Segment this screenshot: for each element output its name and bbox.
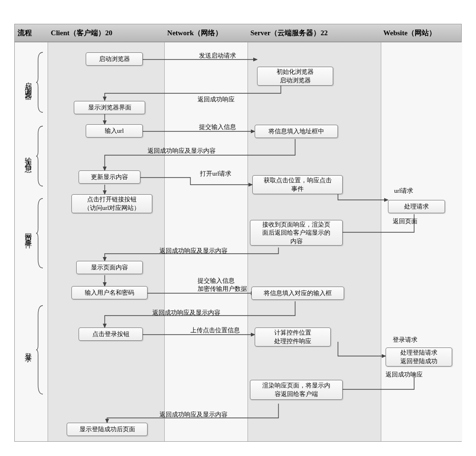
node-show-login-success: 显示登陆成功后页面 <box>67 423 148 436</box>
edge-label: 返回成功响应 <box>198 95 235 104</box>
brace-icon <box>36 125 45 187</box>
edge-label: 提交输入信息 <box>199 123 236 131</box>
head-process: 流程 <box>15 24 48 41</box>
brace-icon <box>36 51 45 113</box>
head-network: Network（网络） <box>164 24 248 41</box>
head-server: Server（云端服务器）22 <box>248 24 380 41</box>
edge-label: 返回成功响应及显示内容 <box>159 410 228 419</box>
node-init-browser: 初始化浏览器 启动浏览器 <box>257 67 333 86</box>
node-click-open-link: 点击打开链接按钮 （访问url对应网站） <box>71 194 152 213</box>
node-click-login: 点击登录按钮 <box>79 327 143 341</box>
node-show-page: 显示页面内容 <box>76 261 143 274</box>
edge-label: 打开url请求 <box>200 169 231 178</box>
node-fill-address: 将信息填入地址框中 <box>255 125 338 138</box>
edge-label: 返回成功响应及显示内容 <box>159 247 228 255</box>
node-render-response: 渲染响应页面，将显示内 容返回给客户端 <box>250 380 343 400</box>
head-website: Website（网站） <box>380 24 461 41</box>
head-client: Client（客户端）20 <box>48 24 164 41</box>
node-show-browser-ui: 显示浏览器界面 <box>74 101 145 114</box>
edge-label: 返回成功响应及显示内容 <box>148 147 216 155</box>
brace-icon <box>36 305 45 395</box>
node-render-page: 接收到页面响应，渲染页 面后返回给客户端显示的 内容 <box>250 220 343 246</box>
edge-label: 返回成功响应及显示内容 <box>152 308 220 317</box>
edge-label: 返回成功响应 <box>386 370 423 379</box>
edge-label: url请求 <box>394 187 413 195</box>
diagram-root: 流程 Client（客户端）20 Network（网络） Server（云端服务… <box>0 0 476 456</box>
node-input-credentials: 输入用户名和密码 <box>71 286 148 299</box>
header-row: 流程 Client（客户端）20 Network（网络） Server（云端服务… <box>14 24 462 42</box>
brace-icon <box>36 198 45 269</box>
node-start-browser: 启动浏览器 <box>86 52 143 66</box>
lane-website <box>381 42 462 441</box>
edge-label: 登录请求 <box>393 336 417 344</box>
node-fill-input-box: 将信息填入对应的输入框 <box>251 287 344 300</box>
edge-label: 上传点击位置信息 <box>190 326 240 335</box>
node-get-click-pos: 获取点击位置，响应点击 事件 <box>252 175 343 194</box>
node-calc-control-pos: 计算控件位置 处理控件响应 <box>255 327 331 347</box>
node-process-request: 处理请求 <box>388 200 445 213</box>
edge-label: 提交输入信息 加密传输用户数据 <box>198 277 247 293</box>
node-input-url: 输入url <box>86 124 143 138</box>
edge-label: 发送启动请求 <box>199 51 236 60</box>
edge-label: 返回页面 <box>393 217 417 226</box>
node-process-login: 处理登陆请求 返回登陆成功 <box>386 347 452 367</box>
node-refresh-display: 更新显示内容 <box>79 170 140 184</box>
